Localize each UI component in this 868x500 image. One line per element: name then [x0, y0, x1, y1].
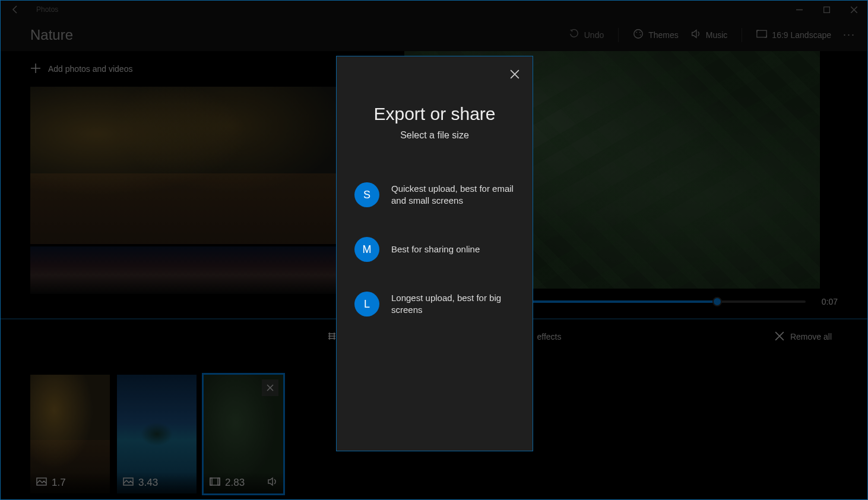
dialog-subtitle: Select a file size: [354, 130, 515, 141]
size-option-large[interactable]: L Longest upload, best for big screens: [354, 292, 515, 317]
app-window: Photos Nature Undo Redo Themes Mu: [0, 0, 868, 500]
export-dialog: Export or share Select a file size S Qui…: [336, 56, 533, 451]
size-badge: M: [354, 237, 379, 262]
size-desc: Best for sharing online: [391, 243, 480, 255]
size-desc: Longest upload, best for big screens: [391, 292, 515, 317]
size-badge: L: [354, 292, 379, 317]
dialog-title: Export or share: [354, 104, 515, 124]
dialog-close-button[interactable]: [508, 67, 522, 81]
size-options: S Quickest upload, best for email and sm…: [354, 182, 515, 317]
size-option-medium[interactable]: M Best for sharing online: [354, 237, 515, 262]
size-option-small[interactable]: S Quickest upload, best for email and sm…: [354, 182, 515, 207]
size-desc: Quickest upload, best for email and smal…: [391, 183, 515, 207]
size-badge: S: [354, 182, 379, 207]
